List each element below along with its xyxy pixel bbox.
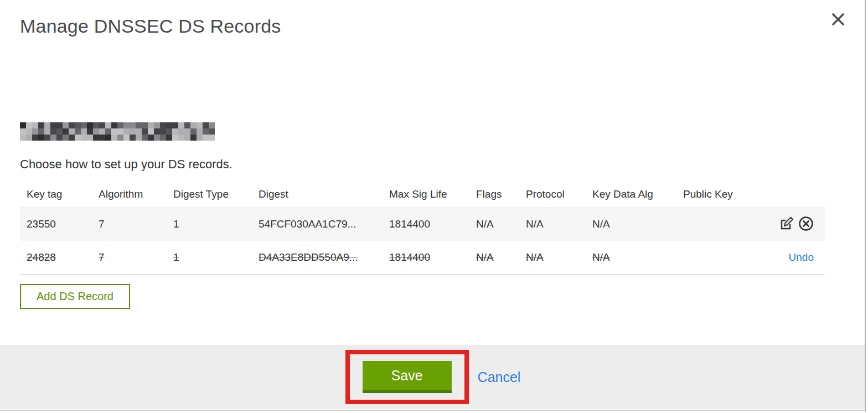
close-button[interactable] <box>828 10 848 30</box>
red-highlight-annotation: Save <box>345 350 469 404</box>
page-title: Manage DNSSEC DS Records <box>20 16 281 37</box>
column-algorithm: Algorithm <box>92 182 167 208</box>
column-max-sig-life: Max Sig Life <box>383 182 469 208</box>
cell-key-data-alg: N/A <box>592 218 610 230</box>
cell-key-tag: 24828 <box>27 251 56 263</box>
modal-footer: Save Cancel <box>0 345 866 409</box>
ds-records-table: Key tag Algorithm Digest Type Digest Max… <box>20 182 825 275</box>
cell-digest: D4A33E8DD550A9... <box>259 251 358 263</box>
column-public-key: Public Key <box>676 182 743 208</box>
modal-right-border <box>865 0 866 412</box>
cell-digest-type: 1 <box>173 218 179 230</box>
table-header-row: Key tag Algorithm Digest Type Digest Max… <box>20 182 825 208</box>
delete-record-button[interactable] <box>798 216 814 233</box>
column-flags: Flags <box>469 182 519 208</box>
column-digest-type: Digest Type <box>167 182 252 208</box>
column-actions <box>743 182 825 208</box>
cell-flags: N/A <box>476 251 494 263</box>
cell-algorithm: 7 <box>99 218 105 230</box>
cancel-link[interactable]: Cancel <box>478 369 521 385</box>
edit-record-button[interactable] <box>779 216 794 233</box>
add-ds-record-button[interactable]: Add DS Record <box>20 284 130 309</box>
save-button[interactable]: Save <box>363 361 452 393</box>
cell-algorithm: 7 <box>99 251 105 263</box>
instruction-text: Choose how to set up your DS records. <box>20 157 232 172</box>
cell-digest-type: 1 <box>173 251 179 263</box>
cell-protocol: N/A <box>526 251 544 263</box>
table-row-deleted: 24828 7 1 D4A33E8DD550A9... 1814400 N/A … <box>20 241 825 274</box>
delete-icon <box>798 225 814 233</box>
column-key-data-alg: Key Data Alg <box>586 182 676 208</box>
cell-digest: 54FCF030AA1C79... <box>259 218 356 230</box>
undo-link[interactable]: Undo <box>789 251 814 263</box>
edit-icon <box>779 224 794 233</box>
cell-key-tag: 23550 <box>27 218 56 230</box>
cell-max-sig-life: 1814400 <box>389 218 430 230</box>
cell-key-data-alg: N/A <box>592 251 610 263</box>
column-protocol: Protocol <box>519 182 586 208</box>
table-row: 23550 7 1 54FCF030AA1C79... 1814400 N/A … <box>20 208 825 241</box>
column-key-tag: Key tag <box>20 182 92 208</box>
cell-flags: N/A <box>476 218 494 230</box>
manage-dnssec-modal: Manage DNSSEC DS Records Choose how to s… <box>0 0 868 413</box>
redacted-domain-name <box>20 122 215 141</box>
modal-bottom-border <box>0 410 866 411</box>
column-digest: Digest <box>252 182 383 208</box>
cell-protocol: N/A <box>526 218 544 230</box>
cell-max-sig-life: 1814400 <box>389 251 430 263</box>
close-icon <box>831 12 845 28</box>
